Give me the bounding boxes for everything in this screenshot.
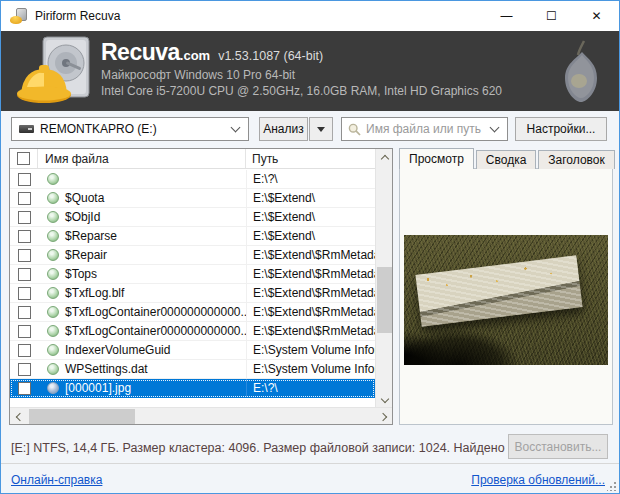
file-name: $Repair bbox=[65, 248, 107, 262]
select-all-checkbox[interactable] bbox=[17, 152, 30, 165]
row-checkbox[interactable] bbox=[18, 173, 31, 186]
file-name-cell: $Repair bbox=[38, 248, 246, 262]
tab-summary[interactable]: Сводка bbox=[476, 150, 537, 169]
row-checkbox[interactable] bbox=[18, 287, 31, 300]
row-checkbox-cell bbox=[10, 306, 38, 319]
row-checkbox[interactable] bbox=[18, 325, 31, 338]
file-path: E:\$Extend\ bbox=[246, 189, 375, 207]
recuva-window: Piriform Recuva — ☐ ✕ Recuva.com v1.53.1… bbox=[0, 0, 620, 494]
minimize-button[interactable]: — bbox=[484, 1, 529, 31]
file-table-body: E:\?\$QuotaE:\$Extend\$ObjIdE:\$Extend\$… bbox=[10, 170, 375, 398]
table-row[interactable]: $TxfLog.blfE:\$Extend\$RmMetadata\$ bbox=[10, 284, 375, 303]
row-checkbox-cell bbox=[10, 287, 38, 300]
drive-selector[interactable]: REMONTKAPRO (E:) bbox=[11, 117, 249, 141]
table-row[interactable]: $QuotaE:\$Extend\ bbox=[10, 189, 375, 208]
chevron-up-icon bbox=[380, 155, 388, 163]
row-checkbox[interactable] bbox=[18, 268, 31, 281]
row-checkbox-cell bbox=[10, 382, 38, 395]
header-checkbox-cell bbox=[10, 149, 38, 168]
file-state-icon bbox=[47, 230, 59, 242]
preview-image bbox=[404, 235, 608, 365]
app-icon bbox=[10, 8, 27, 24]
file-name: $Reparse bbox=[65, 229, 117, 243]
hardware-info: Intel Core i5-7200U CPU @ 2.50GHz, 16.0G… bbox=[101, 84, 502, 98]
row-checkbox-cell bbox=[10, 173, 38, 186]
drive-selected-label: REMONTKAPRO (E:) bbox=[40, 122, 157, 136]
table-row[interactable]: E:\?\ bbox=[10, 170, 375, 189]
close-button[interactable]: ✕ bbox=[574, 1, 619, 31]
settings-button[interactable]: Настройки... bbox=[515, 117, 607, 141]
tab-preview[interactable]: Просмотр bbox=[399, 148, 474, 169]
recuva-logo-icon bbox=[17, 35, 95, 107]
file-name: $Quota bbox=[65, 191, 104, 205]
table-row[interactable]: $TxfLogContainer000000000000...E:\$Exten… bbox=[10, 303, 375, 322]
file-name-cell: $TxfLogContainer000000000000... bbox=[38, 305, 246, 319]
file-name: $TxfLogContainer000000000000... bbox=[65, 324, 246, 338]
row-checkbox[interactable] bbox=[18, 230, 31, 243]
search-placeholder: Имя файла или путь bbox=[366, 122, 481, 136]
file-state-icon bbox=[47, 382, 59, 394]
row-checkbox[interactable] bbox=[18, 344, 31, 357]
check-updates-link[interactable]: Проверка обновлений... bbox=[471, 473, 605, 487]
horizontal-scroll-thumb[interactable] bbox=[29, 409, 135, 424]
analyze-button[interactable]: Анализ bbox=[259, 117, 308, 141]
footer: Онлайн-справка Проверка обновлений... bbox=[1, 463, 619, 493]
search-box[interactable]: Имя файла или путь bbox=[341, 117, 508, 141]
file-list-header: Имя файла Путь bbox=[10, 149, 392, 169]
recover-button[interactable]: Восстановить... bbox=[508, 434, 608, 459]
header-text: Recuva.com v1.53.1087 (64-bit) Майкрософ… bbox=[101, 39, 502, 98]
row-checkbox-cell bbox=[10, 344, 38, 357]
vertical-scrollbar[interactable] bbox=[375, 149, 392, 408]
file-name: $ObjId bbox=[65, 210, 100, 224]
row-checkbox[interactable] bbox=[18, 211, 31, 224]
maximize-button[interactable]: ☐ bbox=[529, 1, 574, 31]
window-controls: — ☐ ✕ bbox=[484, 1, 619, 31]
search-icon bbox=[348, 123, 361, 136]
analyze-dropdown-button[interactable] bbox=[309, 117, 333, 141]
column-header-filename[interactable]: Имя файла bbox=[38, 149, 246, 168]
row-checkbox[interactable] bbox=[18, 249, 31, 262]
brand-suffix: .com bbox=[180, 48, 210, 63]
scroll-up-button[interactable] bbox=[376, 149, 393, 166]
row-checkbox[interactable] bbox=[18, 192, 31, 205]
table-row[interactable]: [000001].jpgE:\?\ bbox=[10, 379, 375, 398]
chevron-down-icon bbox=[231, 123, 241, 133]
chevron-down-icon bbox=[380, 394, 388, 402]
table-row[interactable]: $TxfLogContainer000000000000...E:\$Exten… bbox=[10, 322, 375, 341]
status-bar: [E:] NTFS, 14,4 ГБ. Размер кластера: 409… bbox=[1, 429, 619, 463]
table-row[interactable]: $RepairE:\$Extend\$RmMetadata\ bbox=[10, 246, 375, 265]
vertical-scroll-thumb[interactable] bbox=[377, 267, 392, 333]
title-bar[interactable]: Piriform Recuva — ☐ ✕ bbox=[1, 1, 619, 31]
file-state-icon bbox=[47, 192, 59, 204]
file-path: E:\$Extend\ bbox=[246, 227, 375, 245]
table-row[interactable]: $TopsE:\$Extend\$RmMetadata\$ bbox=[10, 265, 375, 284]
scroll-right-button[interactable] bbox=[375, 408, 392, 425]
row-checkbox-cell bbox=[10, 268, 38, 281]
version-label: v1.53.1087 (64-bit) bbox=[218, 49, 323, 63]
row-checkbox[interactable] bbox=[18, 363, 31, 376]
file-name-cell bbox=[38, 173, 246, 185]
column-header-path[interactable]: Путь bbox=[246, 149, 392, 168]
table-row[interactable]: $ObjIdE:\$Extend\ bbox=[10, 208, 375, 227]
row-checkbox-cell bbox=[10, 249, 38, 262]
brand-name: Recuva bbox=[101, 39, 180, 66]
file-name: $TxfLog.blf bbox=[65, 286, 124, 300]
row-checkbox-cell bbox=[10, 211, 38, 224]
horizontal-scrollbar[interactable] bbox=[10, 407, 392, 424]
row-checkbox[interactable] bbox=[18, 306, 31, 319]
window-title: Piriform Recuva bbox=[35, 9, 120, 23]
scroll-down-button[interactable] bbox=[376, 391, 393, 408]
file-state-icon bbox=[47, 173, 59, 185]
table-row[interactable]: $ReparseE:\$Extend\ bbox=[10, 227, 375, 246]
file-name-cell: $Quota bbox=[38, 191, 246, 205]
resize-grip[interactable] bbox=[607, 481, 617, 491]
file-name-cell: IndexerVolumeGuid bbox=[38, 343, 246, 357]
table-row[interactable]: WPSettings.datE:\System Volume Informat bbox=[10, 360, 375, 379]
online-help-link[interactable]: Онлайн-справка bbox=[11, 473, 102, 487]
table-row[interactable]: IndexerVolumeGuidE:\System Volume Inform… bbox=[10, 341, 375, 360]
scroll-left-button[interactable] bbox=[10, 408, 27, 425]
tab-header[interactable]: Заголовок bbox=[538, 150, 614, 169]
row-checkbox-cell bbox=[10, 363, 38, 376]
preview-tabs: Просмотр Сводка Заголовок bbox=[399, 148, 615, 169]
row-checkbox[interactable] bbox=[18, 382, 31, 395]
